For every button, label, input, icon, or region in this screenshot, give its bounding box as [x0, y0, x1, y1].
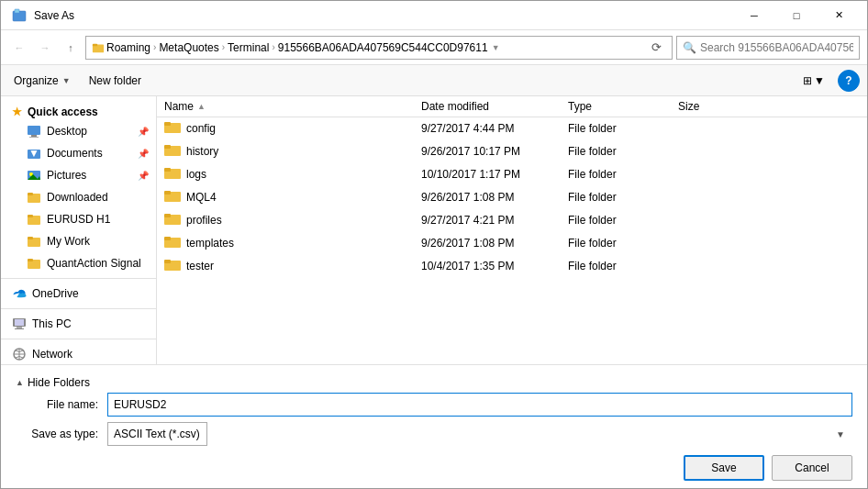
folder-icon	[164, 120, 181, 137]
column-type-header[interactable]: Type	[568, 100, 678, 113]
file-name: config	[186, 122, 216, 135]
organize-dropdown-icon: ▼	[62, 76, 71, 85]
table-row[interactable]: tester 10/4/2017 1:35 PM File folder	[157, 255, 867, 278]
table-row[interactable]: MQL4 9/26/2017 1:08 PM File folder	[157, 186, 867, 209]
file-name-cell: history	[164, 143, 421, 160]
file-list: Name ▲ Date modified Type Size	[157, 96, 867, 364]
toolbar: ← → ↑ Roaming › MetaQuotes › Terminal ›	[1, 30, 867, 65]
folder-icon	[164, 212, 181, 228]
address-bar[interactable]: Roaming › MetaQuotes › Terminal › 915566…	[85, 36, 673, 60]
breadcrumb-item-roaming: Roaming ›	[92, 41, 157, 54]
file-date: 10/4/2017 1:35 PM	[421, 260, 568, 272]
pin-icon-pictures: 📌	[138, 171, 149, 181]
svg-rect-1	[15, 9, 19, 13]
sidebar-item-pictures[interactable]: Pictures 📌	[1, 164, 156, 186]
sidebar-item-documents[interactable]: ▼ Documents 📌	[1, 142, 156, 164]
search-input[interactable]	[700, 41, 853, 54]
downloaded-icon	[27, 190, 41, 205]
file-rows-container: config 9/27/2017 4:44 PM File folder his…	[157, 117, 867, 278]
column-date-header[interactable]: Date modified	[421, 100, 568, 113]
sidebar-item-desktop[interactable]: Desktop 📌	[1, 120, 156, 142]
up-button[interactable]: ↑	[60, 37, 82, 59]
pictures-icon	[27, 168, 41, 183]
table-row[interactable]: logs 10/10/2017 1:17 PM File folder	[157, 163, 867, 186]
svg-text:▼: ▼	[28, 147, 39, 160]
file-name-cell: config	[164, 120, 421, 137]
column-size-header[interactable]: Size	[678, 100, 751, 113]
table-row[interactable]: history 9/26/2017 10:17 PM File folder	[157, 140, 867, 163]
svg-rect-38	[164, 237, 171, 240]
file-name-cell: templates	[164, 235, 421, 251]
sidebar-item-downloaded[interactable]: Downloaded	[1, 186, 156, 208]
search-icon: 🔍	[683, 41, 696, 54]
file-date: 9/27/2017 4:21 PM	[421, 214, 568, 227]
svg-rect-34	[164, 191, 171, 194]
file-name: profiles	[186, 214, 222, 227]
hide-chevron-icon: ▲	[16, 378, 24, 387]
title-bar: Save As ─ □ ✕	[1, 1, 867, 30]
file-name-cell: tester	[164, 258, 421, 274]
svg-rect-15	[28, 215, 33, 217]
svg-rect-17	[28, 237, 33, 239]
cancel-button[interactable]: Cancel	[772, 455, 852, 481]
file-name: tester	[186, 260, 214, 272]
svg-rect-3	[93, 43, 97, 46]
sidebar-item-quantaction[interactable]: QuantAction Signal	[1, 252, 156, 274]
maximize-button[interactable]: □	[775, 2, 818, 29]
file-type: File folder	[568, 145, 678, 158]
file-name-cell: profiles	[164, 212, 421, 228]
table-row[interactable]: profiles 9/27/2017 4:21 PM File folder	[157, 209, 867, 232]
hide-folders-row[interactable]: ▲ Hide Folders	[16, 372, 852, 393]
filename-input[interactable]	[107, 393, 852, 417]
saveastype-label: Save as type:	[16, 428, 107, 440]
saveastype-select[interactable]: ASCII Text (*.csv)	[107, 422, 207, 446]
sidebar-section-quickaccess[interactable]: ★ Quick access	[1, 100, 156, 120]
column-name-header[interactable]: Name ▲	[164, 100, 421, 113]
forward-button[interactable]: →	[34, 37, 56, 59]
save-button[interactable]: Save	[684, 455, 764, 481]
action-bar: Organize ▼ New folder ⊞ ▼ ?	[1, 65, 867, 96]
svg-rect-5	[31, 135, 37, 137]
view-dropdown-icon: ▼	[814, 74, 825, 87]
sidebar-item-onedrive[interactable]: OneDrive	[1, 283, 156, 305]
folder-icon	[164, 143, 181, 160]
file-name: logs	[186, 168, 206, 181]
svg-rect-23	[15, 328, 24, 329]
sidebar-item-network[interactable]: Network	[1, 343, 156, 364]
sidebar-item-eurusd[interactable]: EURUSD H1	[1, 208, 156, 230]
breadcrumb-item-metaquotes: MetaQuotes ›	[159, 41, 226, 54]
dialog-buttons: Save Cancel	[16, 451, 852, 481]
help-button[interactable]: ?	[838, 70, 860, 92]
sidebar-item-mywork[interactable]: My Work	[1, 230, 156, 252]
svg-rect-6	[29, 137, 39, 138]
file-date: 9/26/2017 10:17 PM	[421, 145, 568, 158]
main-content: ★ Quick access Desktop 📌 ▼ Documents 📌	[1, 96, 867, 364]
svg-rect-4	[28, 126, 40, 135]
sidebar-item-thispc[interactable]: This PC	[1, 313, 156, 335]
svg-rect-19	[28, 259, 33, 261]
folder-icon	[164, 258, 181, 274]
sidebar: ★ Quick access Desktop 📌 ▼ Documents 📌	[1, 96, 157, 364]
table-row[interactable]: config 9/27/2017 4:44 PM File folder	[157, 117, 867, 140]
save-as-dialog: Save As ─ □ ✕ ← → ↑ Roaming › MetaQuotes…	[0, 0, 868, 489]
file-type: File folder	[568, 122, 678, 135]
organize-button[interactable]: Organize ▼	[8, 72, 76, 90]
view-button[interactable]: ⊞ ▼	[797, 72, 830, 90]
new-folder-button[interactable]: New folder	[83, 72, 147, 90]
minimize-button[interactable]: ─	[733, 2, 775, 29]
breadcrumb-item-terminal: Terminal ›	[228, 41, 276, 54]
back-button[interactable]: ←	[8, 37, 30, 59]
file-name: history	[186, 145, 218, 158]
svg-rect-28	[164, 122, 171, 126]
table-row[interactable]: templates 9/26/2017 1:08 PM File folder	[157, 232, 867, 255]
svg-rect-32	[164, 168, 171, 172]
file-name-cell: logs	[164, 166, 421, 183]
file-type: File folder	[568, 260, 678, 272]
refresh-button[interactable]: ⟳	[646, 38, 666, 58]
svg-rect-30	[164, 145, 171, 149]
file-type: File folder	[568, 237, 678, 250]
close-button[interactable]: ✕	[818, 2, 860, 29]
folder-icon	[164, 235, 181, 251]
select-arrow-icon: ▼	[836, 429, 845, 439]
eurusd-icon	[27, 212, 41, 227]
